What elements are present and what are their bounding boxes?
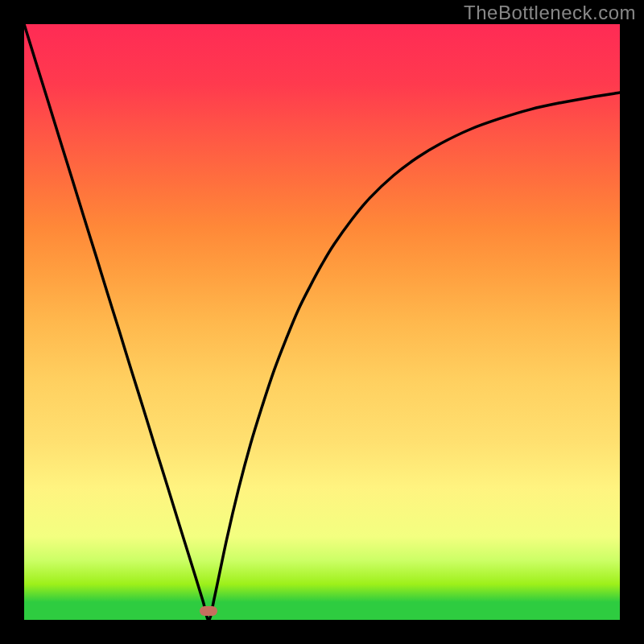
bottleneck-curve (24, 24, 620, 620)
watermark-text: TheBottleneck.com (464, 2, 636, 24)
chart-frame: TheBottleneck.com (0, 0, 644, 644)
vertex-marker (200, 606, 217, 616)
plot-area (24, 24, 620, 620)
